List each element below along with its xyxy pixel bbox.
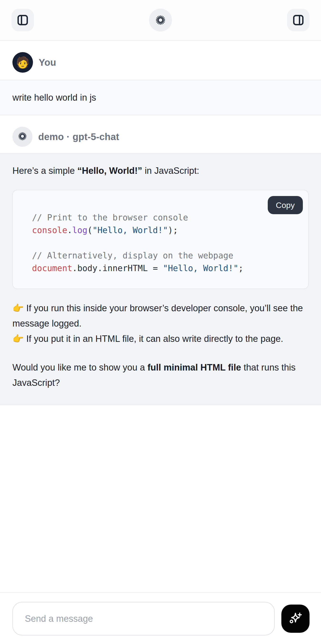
composer xyxy=(0,592,321,644)
user-avatar-emoji: 🧑 xyxy=(16,57,29,68)
user-turn-label: You xyxy=(39,57,56,68)
code-content: // Print to the browser consoleconsole.l… xyxy=(13,190,308,288)
assistant-followup-text: Would you like me to show you a full min… xyxy=(12,360,309,390)
sidebar-left-icon xyxy=(17,14,28,26)
chat-app: 🧑 You write hello world in js demo · gpt… xyxy=(0,0,321,644)
empty-chat-space xyxy=(0,405,321,592)
assistant-turn-header: demo · gpt-5-chat xyxy=(0,115,321,153)
assistant-model-label: demo · gpt-5-chat xyxy=(38,132,119,142)
sidebar-toggle-button[interactable] xyxy=(11,9,34,31)
app-logo-button[interactable] xyxy=(149,8,172,32)
starburst-icon xyxy=(18,132,27,142)
starburst-icon xyxy=(155,14,166,26)
assistant-intro-text: Here’s a simple “Hello, World!” in JavaS… xyxy=(12,163,309,178)
copy-button[interactable]: Copy xyxy=(268,196,303,214)
assistant-avatar xyxy=(12,127,32,147)
code-block: Copy // Print to the browser consolecons… xyxy=(12,190,309,289)
assistant-message: Here’s a simple “Hello, World!” in JavaS… xyxy=(0,153,321,405)
user-message: write hello world in js xyxy=(0,80,321,115)
top-bar xyxy=(0,0,321,41)
message-input[interactable] xyxy=(12,602,275,636)
sidebar-right-icon xyxy=(293,14,304,26)
user-turn-header: 🧑 You xyxy=(0,41,321,80)
assistant-notes-text: 👉 If you run this inside your browser’s … xyxy=(12,300,309,346)
sparkle-icon xyxy=(288,611,303,627)
right-panel-toggle-button[interactable] xyxy=(287,9,310,31)
send-button[interactable] xyxy=(281,604,310,633)
user-avatar: 🧑 xyxy=(12,52,33,73)
